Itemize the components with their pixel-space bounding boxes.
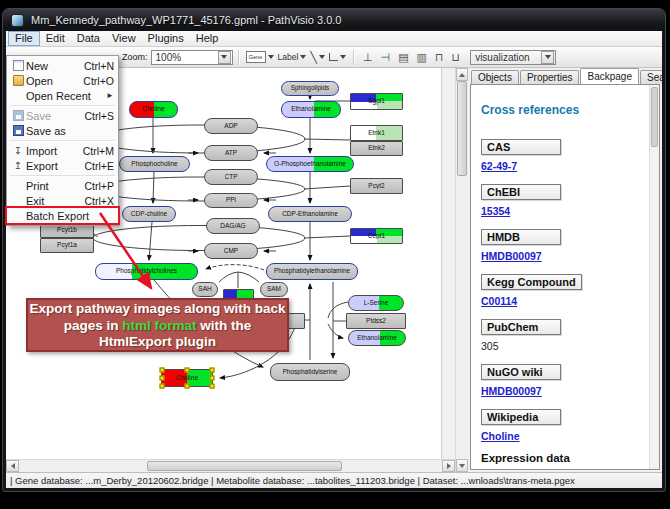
pathway-node-phosphatidylserine[interactable]: Phosphatidylserine — [270, 363, 350, 381]
match-height-icon[interactable]: ⊔ — [452, 51, 461, 64]
tab-objects[interactable]: Objects — [471, 70, 519, 84]
xref-link[interactable]: 62-49-7 — [481, 160, 517, 172]
zoom-dropdown-button[interactable] — [218, 51, 231, 64]
file-menu-item-exit[interactable]: ExitCtrl+X — [7, 193, 118, 208]
tab-backpage[interactable]: Backpage — [580, 68, 638, 84]
file-menu-item-save-as[interactable]: Save as — [7, 123, 118, 138]
pathway-node-sgpl1[interactable]: Sgpl1 — [350, 93, 403, 110]
pathway-node-pcyt1a[interactable]: Pcyt1a — [40, 238, 94, 253]
pathway-node-o-phosphoethanolamine[interactable]: O-Phosphoethanolamine — [266, 156, 354, 172]
xref-link[interactable]: 15354 — [481, 205, 510, 217]
distribute-columns-icon[interactable]: ▥ — [417, 51, 427, 64]
draw-connector-button[interactable] — [327, 49, 348, 66]
selection-handle[interactable] — [185, 368, 190, 373]
menu-item-edit[interactable]: Edit — [40, 31, 71, 46]
scroll-up-button[interactable] — [456, 68, 468, 81]
selection-handle[interactable] — [210, 368, 215, 373]
pathway-node-dag-ag[interactable]: DAG/AG — [206, 218, 260, 234]
visualization-dropdown-button[interactable] — [541, 51, 554, 64]
pathway-node-atp[interactable]: ATP — [204, 145, 258, 161]
file-menu-item-import[interactable]: ↧ImportCtrl+M — [7, 143, 118, 158]
match-width-icon[interactable]: ⊓ — [435, 51, 444, 64]
scroll-right-button[interactable] — [442, 460, 455, 472]
backpage-content: Cross references CAS62-49-7ChEBI15354HMD… — [471, 85, 649, 469]
selection-handle[interactable] — [210, 376, 215, 381]
pathway-node-pcyt2[interactable]: Pcyt2 — [350, 178, 403, 194]
xref-link[interactable]: Choline — [481, 430, 520, 442]
panel-scrollbar[interactable] — [649, 85, 659, 469]
horizontal-scroll-thumb[interactable] — [147, 461, 342, 471]
menu-item-data[interactable]: Data — [71, 31, 106, 46]
zoom-value: 100% — [152, 52, 217, 63]
pathway-node-l-serine[interactable]: L-Serine — [348, 295, 404, 311]
section-value: 62-49-7 — [481, 160, 645, 172]
section-value: HMDB00097 — [481, 250, 645, 262]
pathway-node-cmp[interactable]: CMP — [204, 243, 258, 259]
file-menu-item-print[interactable]: PrintCtrl+P — [7, 178, 118, 193]
add-datanode-button[interactable]: Gene — [244, 49, 276, 66]
pathway-node-phosphocholine[interactable]: Phosphocholine — [119, 156, 190, 172]
file-menu-item-open-recent[interactable]: Open Recent► — [7, 88, 118, 103]
zoom-combobox[interactable]: 100% — [151, 50, 233, 65]
pathway-node-choline[interactable]: Choline — [129, 101, 178, 118]
vertical-scrollbar[interactable] — [455, 68, 468, 472]
distribute-rows-icon[interactable]: ▤ — [398, 51, 408, 64]
tab-properties[interactable]: Properties — [520, 70, 580, 84]
panel-scroll-thumb[interactable] — [651, 87, 658, 147]
align-center-horizontal-icon[interactable]: ⊥ — [363, 51, 373, 64]
pathway-node-choline[interactable]: Choline — [161, 369, 213, 387]
submenu-arrow-icon: ► — [106, 91, 114, 100]
pathway-node-ptdss2[interactable]: Ptdss2 — [346, 313, 406, 329]
selection-handle[interactable] — [210, 384, 215, 389]
file-menu-item-batch-export[interactable]: Batch Export — [7, 208, 118, 223]
selection-handle[interactable] — [160, 376, 165, 381]
xref-link[interactable]: C00114 — [481, 295, 517, 307]
horizontal-scrollbar[interactable] — [6, 459, 455, 472]
pathway-node-adp[interactable]: ADP — [204, 118, 258, 134]
file-menu-item-save[interactable]: SaveCtrl+S — [7, 108, 118, 123]
selection-handle[interactable] — [160, 368, 165, 373]
vertical-scroll-thumb[interactable] — [457, 81, 467, 176]
expression-data-heading: Expression data — [481, 452, 645, 464]
horizontal-scroll-track[interactable] — [19, 460, 442, 472]
file-menu-item-export[interactable]: ↥ExportCtrl+E — [7, 158, 118, 173]
cross-references-heading: Cross references — [481, 103, 645, 117]
file-menu-item-open[interactable]: OpenCtrl+O — [7, 73, 118, 88]
pathway-node-ctp[interactable]: CTP — [204, 169, 258, 185]
menu-item-view[interactable]: View — [106, 31, 142, 46]
pathway-node-cept1[interactable]: Cept1 — [350, 228, 403, 244]
xref-link[interactable]: HMDB00097 — [481, 250, 542, 262]
add-label-button[interactable]: Label — [276, 49, 309, 66]
selection-handle[interactable] — [160, 384, 165, 389]
scroll-left-button[interactable] — [6, 460, 19, 472]
file-menu-item-label: Open Recent — [26, 90, 106, 102]
title-bar[interactable]: Mm_Kennedy_pathway_WP1771_45176.gpml - P… — [3, 9, 665, 31]
tab-search[interactable]: Search — [640, 70, 662, 84]
pathway-node-cdp-ethanolamine[interactable]: CDP-Ethanolamine — [268, 206, 352, 222]
menu-item-plugins[interactable]: Plugins — [142, 31, 190, 46]
pathway-node-etnk2[interactable]: Etnk2 — [350, 141, 403, 156]
menu-item-help[interactable]: Help — [190, 31, 225, 46]
pathway-node-etnk1[interactable]: Etnk1 — [350, 125, 403, 141]
align-center-vertical-icon[interactable]: ⊣ — [381, 51, 391, 64]
draw-line-button[interactable]: ╲ — [308, 49, 327, 66]
menu-item-file[interactable]: File — [8, 31, 40, 46]
selection-handle[interactable] — [185, 384, 190, 389]
side-panel-tabs: ObjectsPropertiesBackpageSearchLegend — [468, 68, 662, 84]
pathway-node-phosphatidylcholines[interactable]: Phosphatidylcholines — [95, 263, 198, 280]
menu-bar: FileEditDataViewPluginsHelp — [6, 31, 662, 47]
pathway-node-sam[interactable]: SAM — [260, 282, 288, 297]
vertical-scroll-track[interactable] — [456, 81, 468, 459]
pathway-node-ppi[interactable]: PPi — [204, 193, 258, 208]
node-label: Pcyt1b — [57, 227, 77, 234]
visualization-combobox[interactable]: visualization — [470, 50, 556, 65]
pathway-node-ethanolamine[interactable]: Ethanolamine — [281, 101, 341, 118]
pathway-node-cdp-choline[interactable]: CDP-choline — [122, 206, 176, 222]
pathway-node-sah[interactable]: SAH — [192, 282, 218, 297]
pathway-node-ethanolamine[interactable]: Ethanolamine — [348, 330, 406, 346]
file-menu-item-new[interactable]: NewCtrl+N — [7, 58, 118, 73]
xref-link[interactable]: HMDB00097 — [481, 385, 542, 397]
pathway-node-phosphatidylethanolamine[interactable]: Phosphatidylethanolamine — [266, 263, 358, 280]
pathway-node-sphingolipids[interactable]: Sphingolipids — [281, 81, 339, 96]
scroll-down-button[interactable] — [456, 459, 468, 472]
